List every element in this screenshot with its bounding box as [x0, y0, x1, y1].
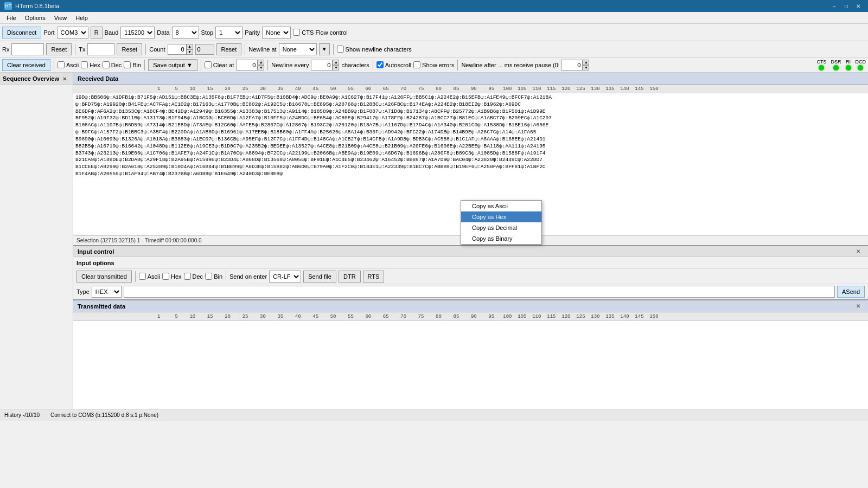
save-output-button[interactable]: Save output ▼ [148, 59, 197, 71]
tx-counter: 475 [87, 43, 114, 55]
newline-every-down[interactable]: ▼ [333, 65, 339, 70]
dtr-button[interactable]: DTR [339, 271, 361, 282]
newline-after-down[interactable]: ▼ [583, 65, 589, 70]
parity-select[interactable]: None [262, 27, 291, 38]
menu-options[interactable]: Options [21, 14, 50, 22]
app-icon: HT [4, 2, 12, 10]
clear-at-check[interactable]: Clear at [205, 61, 234, 68]
clear-at-down[interactable]: ▼ [258, 65, 264, 70]
input-ascii-checkbox[interactable] [139, 273, 146, 280]
hex-checkbox[interactable] [81, 61, 88, 68]
ri-led [846, 65, 851, 70]
input-dec-label[interactable]: Dec [184, 273, 203, 280]
dec-check-label[interactable]: Dec [103, 61, 122, 68]
bin-check-label[interactable]: Bin [124, 61, 141, 68]
transmitted-title: Transmitted data [78, 303, 125, 310]
show-newline-label[interactable]: Show newline characters [337, 46, 412, 53]
autoscroll-checkbox[interactable] [376, 61, 384, 68]
tx-label: Tx [79, 46, 85, 53]
title-bar-left: HT HTerm 0.8.1beta [4, 2, 59, 10]
clear-at-checkbox[interactable] [205, 61, 212, 68]
input-hex-checkbox[interactable] [162, 273, 169, 280]
send-on-enter-select[interactable]: CR-LF [269, 271, 301, 282]
minimize-button[interactable]: − [829, 2, 840, 10]
dec-checkbox[interactable] [103, 61, 110, 68]
input-dec-checkbox[interactable] [184, 273, 191, 280]
clear-transmitted-button[interactable]: Clear transmitted [76, 271, 132, 282]
newline-after-input[interactable] [561, 60, 583, 70]
show-newline-checkbox[interactable] [337, 46, 344, 53]
close-button[interactable]: ✕ [853, 2, 864, 10]
count-input[interactable] [168, 44, 187, 55]
type-select[interactable]: HEX [92, 286, 122, 298]
cts-flow-label[interactable]: CTS Flow control [293, 29, 347, 36]
cts-flow-checkbox[interactable] [293, 29, 300, 36]
input-control-title: Input control [78, 248, 114, 255]
data-select[interactable]: 8 [172, 27, 199, 38]
newline-after-btns: ▲ ▼ [583, 60, 589, 70]
hex-input[interactable] [124, 286, 835, 298]
menu-view[interactable]: View [50, 14, 72, 22]
ascii-text: Ascii [66, 62, 79, 68]
menu-file[interactable]: File [2, 14, 21, 22]
clear-received-button[interactable]: Clear received [2, 59, 50, 71]
status-bar: History -/10/10 Connect to COM3 (b:11520… [0, 409, 868, 421]
ascii-check-label[interactable]: Ascii [58, 61, 79, 68]
port-select[interactable]: COM3 [57, 27, 88, 38]
autoscroll-label[interactable]: Autoscroll [376, 61, 411, 68]
clear-at-input[interactable] [236, 60, 258, 70]
newline-every-up[interactable]: ▲ [333, 60, 339, 65]
sidebar-close-button[interactable]: ✕ [59, 74, 70, 83]
count-spin-down[interactable]: ▼ [187, 49, 193, 55]
input-hex-label[interactable]: Hex [162, 273, 182, 280]
reset-tx-button[interactable]: Reset [117, 43, 142, 55]
history-text: History -/10/10 [4, 412, 40, 418]
context-copy-binary[interactable]: Copy as Binary [461, 233, 541, 244]
cts-flow-text: CTS Flow control [302, 29, 347, 36]
hex-check-label[interactable]: Hex [81, 61, 100, 68]
rx-counter: 36520 [11, 43, 44, 55]
ruler: 1 5 10 15 20 25 30 35 40 45 50 55 60 65 … [73, 85, 868, 93]
menu-help[interactable]: Help [71, 14, 92, 22]
transmitted-data-content[interactable] [73, 321, 868, 409]
transmitted-close[interactable]: ✕ [853, 302, 864, 311]
input-control-panel: Input control ✕ Input options Clear tran… [73, 246, 868, 300]
received-panel-header: Received Data [73, 73, 868, 85]
newline-dropdown-btn[interactable]: ▼ [319, 43, 330, 55]
newline-after-spinbox: ▲ ▼ [561, 60, 589, 70]
baud-select[interactable]: 115200 [120, 27, 155, 38]
maximize-button[interactable]: □ [841, 2, 852, 10]
context-copy-decimal[interactable]: Copy as Decimal [461, 222, 541, 233]
context-copy-hex[interactable]: Copy as Hex [461, 211, 541, 222]
input-bin-label[interactable]: Bin [205, 273, 222, 280]
reset-count-button[interactable]: Reset [216, 43, 242, 55]
context-menu: Copy as Ascii Copy as Hex Copy as Decima… [461, 200, 542, 245]
type-label: Type [76, 288, 90, 295]
input-ascii-label[interactable]: Ascii [139, 273, 160, 280]
input-bin-checkbox[interactable] [205, 273, 212, 280]
show-errors-checkbox[interactable] [413, 61, 420, 68]
received-panel-title: Received Data [78, 75, 118, 82]
stop-label: Stop [201, 29, 214, 36]
input-control-close[interactable]: ✕ [853, 247, 864, 256]
asend-button[interactable]: ASend [837, 286, 865, 298]
disconnect-button[interactable]: Disconnect [2, 27, 41, 38]
newline-every-input[interactable] [311, 60, 333, 70]
ascii-checkbox[interactable] [58, 61, 65, 68]
r-button[interactable]: R [91, 27, 103, 38]
rts-button[interactable]: RTS [363, 271, 385, 282]
show-newline-text: Show newline characters [346, 46, 412, 53]
context-copy-ascii[interactable]: Copy as Ascii [461, 201, 541, 211]
send-file-button[interactable]: Send file [303, 271, 336, 282]
clear-at-up[interactable]: ▲ [258, 60, 264, 65]
stop-select[interactable]: 1 [215, 27, 242, 38]
main-content: Sequence Overview ✕ Received Data 1 5 10… [0, 73, 868, 409]
show-errors-label[interactable]: Show errors [413, 61, 454, 68]
bin-checkbox[interactable] [124, 61, 131, 68]
reset-rx-button[interactable]: Reset [46, 43, 72, 55]
sidebar: Sequence Overview ✕ [0, 73, 73, 409]
count-spin-up[interactable]: ▲ [187, 44, 193, 49]
hex-text: Hex [90, 62, 100, 68]
newline-after-up[interactable]: ▲ [583, 60, 589, 65]
newline-at-select[interactable]: None [279, 43, 317, 55]
